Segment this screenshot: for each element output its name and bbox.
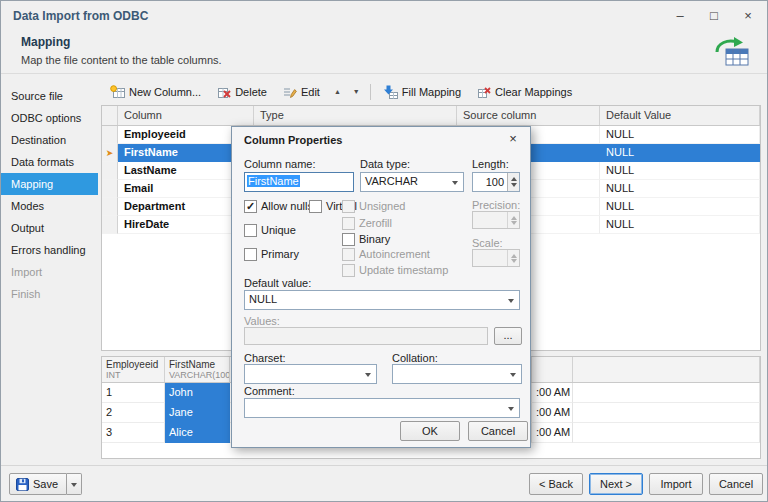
save-dropdown-button[interactable] [67, 473, 82, 495]
spinner-buttons [507, 173, 519, 191]
sidebar-item-mapping[interactable]: Mapping [1, 173, 98, 195]
delete-label: Delete [235, 86, 267, 98]
checkbox-disabled-icon [342, 248, 355, 261]
back-button[interactable]: < Back [529, 473, 583, 495]
primary-checkbox[interactable]: Primary [244, 247, 299, 261]
values-browse-button[interactable]: ... [494, 327, 522, 345]
preview-header-fragment [532, 357, 573, 382]
precision-label: Precision: [472, 199, 520, 211]
title-bar: Data Import from ODBC – □ × [1, 1, 767, 31]
sidebar-item-errors-handling[interactable]: Errors handling [1, 239, 98, 261]
preview-id-cell[interactable]: 3 [102, 423, 165, 443]
binary-checkbox[interactable]: Binary [342, 232, 390, 246]
header-source-column[interactable]: Source column [457, 106, 600, 125]
current-row-marker-icon: ➤ [106, 148, 114, 158]
delete-column-button[interactable]: Delete [210, 81, 274, 103]
default-value-cell[interactable]: NULL [600, 216, 760, 234]
checkbox-disabled-icon [342, 264, 355, 277]
preview-firstname-cell[interactable]: John [165, 383, 230, 403]
allow-nulls-checkbox[interactable]: Allow nulls [244, 199, 313, 213]
spin-up-button[interactable] [508, 173, 519, 182]
header-column[interactable]: Column [118, 106, 254, 125]
import-button[interactable]: Import [649, 473, 703, 495]
default-value-combo[interactable]: NULL [244, 290, 520, 310]
default-value-cell[interactable]: NULL [600, 144, 760, 162]
spin-down-button[interactable] [508, 182, 519, 191]
checkbox-icon [309, 200, 322, 213]
dropdown-arrow-icon [508, 299, 514, 306]
preview-id-cell[interactable]: 1 [102, 383, 165, 403]
checkbox-label: Unsigned [359, 200, 405, 212]
dropdown-arrow-icon [510, 373, 516, 380]
sidebar-item-destination[interactable]: Destination [1, 129, 98, 151]
sidebar-item-import: Import [1, 261, 98, 283]
length-label: Length: [472, 158, 509, 170]
close-button[interactable]: × [731, 1, 765, 31]
save-label: Save [33, 478, 58, 490]
collation-combo[interactable] [392, 364, 522, 384]
row-selector-cell[interactable] [102, 162, 118, 180]
default-value-cell[interactable]: NULL [600, 180, 760, 198]
data-type-label: Data type: [360, 158, 410, 170]
move-up-button[interactable]: ▲ [329, 83, 346, 101]
row-selector-cell[interactable] [102, 216, 118, 234]
data-import-wizard-window: Data Import from ODBC – □ × Mapping Map … [0, 0, 768, 502]
unique-checkbox[interactable]: Unique [244, 223, 296, 237]
clear-mappings-label: Clear Mappings [495, 86, 572, 98]
mapping-grid-header-row: Column Type Source column Default Value [102, 106, 760, 126]
dialog-cancel-button[interactable]: Cancel [468, 421, 528, 441]
preview-header-employeeid[interactable]: Employeeid INT [102, 357, 165, 382]
header-type[interactable]: Type [254, 106, 457, 125]
data-type-combo[interactable]: VARCHAR [360, 172, 464, 192]
scale-spinner [472, 249, 520, 267]
fill-mapping-label: Fill Mapping [402, 86, 461, 98]
cancel-button[interactable]: Cancel [709, 473, 763, 495]
row-selector-cell[interactable] [102, 126, 118, 144]
preview-time-cell[interactable]: :00 AM [532, 423, 573, 443]
new-column-button[interactable]: New Column... [103, 81, 208, 103]
maximize-button[interactable]: □ [697, 1, 731, 31]
dropdown-arrow-icon [365, 373, 371, 380]
spinner-buttons [507, 250, 519, 266]
chevron-down-icon [71, 483, 77, 490]
unsigned-checkbox: Unsigned [342, 199, 405, 213]
move-down-button[interactable]: ▼ [348, 83, 365, 101]
row-selector-cell[interactable]: ➤ [102, 144, 118, 162]
checkbox-icon [244, 224, 257, 237]
default-value-cell[interactable]: NULL [600, 162, 760, 180]
clear-mappings-button[interactable]: Clear Mappings [470, 81, 579, 103]
default-value-cell[interactable]: NULL [600, 126, 760, 144]
preview-time-cell[interactable]: :00 AM [532, 403, 573, 423]
preview-id-cell[interactable]: 2 [102, 403, 165, 423]
length-spinner[interactable]: 100 [472, 172, 520, 192]
save-button[interactable]: Save [9, 473, 67, 495]
column-name-input[interactable]: FirstName [244, 172, 354, 192]
dialog-close-button[interactable]: × [505, 131, 521, 146]
preview-time-cell[interactable]: :00 AM [532, 383, 573, 403]
preview-header-firstname[interactable]: FirstName VARCHAR(100) [165, 357, 230, 382]
fill-mapping-button[interactable]: Fill Mapping [376, 81, 468, 103]
wizard-steps-sidebar: Source file ODBC options Destination Dat… [1, 75, 98, 465]
row-selector-cell[interactable] [102, 180, 118, 198]
row-selector-cell[interactable] [102, 198, 118, 216]
header-default-value[interactable]: Default Value [600, 106, 760, 125]
delete-icon [217, 85, 231, 99]
ok-button[interactable]: OK [400, 421, 460, 441]
update-timestamp-checkbox: Update timestamp [342, 263, 448, 277]
new-column-icon [110, 85, 125, 99]
preview-firstname-cell[interactable]: Alice [165, 423, 230, 443]
sidebar-item-output[interactable]: Output [1, 217, 98, 239]
sidebar-item-odbc-options[interactable]: ODBC options [1, 107, 98, 129]
next-button[interactable]: Next > [589, 473, 643, 495]
edit-column-button[interactable]: Edit [276, 81, 327, 103]
preview-firstname-cell[interactable]: Jane [165, 403, 230, 423]
charset-combo[interactable] [244, 364, 377, 384]
checkbox-checked-icon [244, 200, 257, 213]
default-value-cell[interactable]: NULL [600, 198, 760, 216]
sidebar-item-source-file[interactable]: Source file [1, 85, 98, 107]
minimize-button[interactable]: – [663, 1, 697, 31]
sidebar-item-data-formats[interactable]: Data formats [1, 151, 98, 173]
column-name-label: Column name: [244, 158, 316, 170]
sidebar-item-modes[interactable]: Modes [1, 195, 98, 217]
comment-combo[interactable] [244, 398, 520, 418]
